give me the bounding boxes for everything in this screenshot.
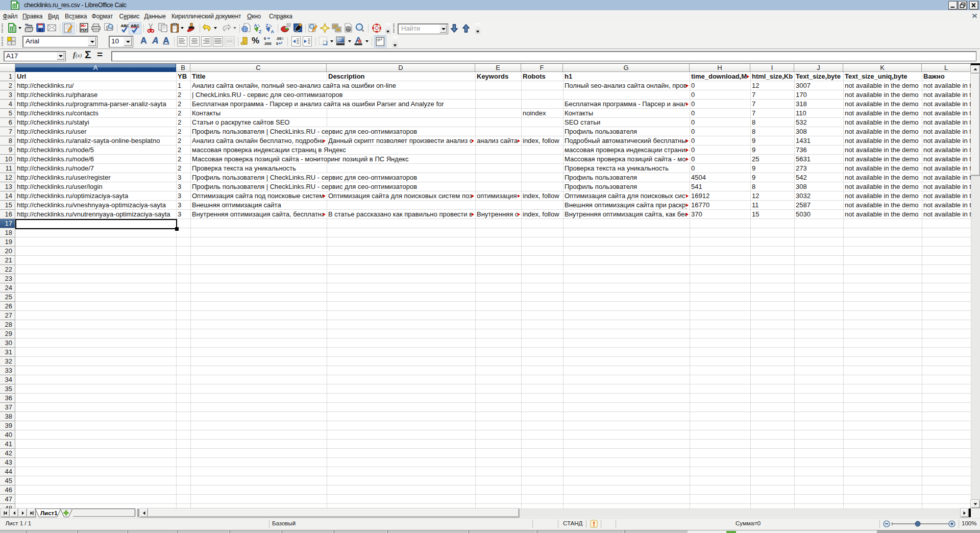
svg-text:.00: .00	[276, 36, 281, 41]
svg-text:%: %	[287, 23, 290, 27]
svg-text:0: 0	[264, 36, 266, 41]
svg-text:0: 0	[276, 41, 278, 46]
svg-text:Z: Z	[266, 23, 268, 28]
svg-text:PDF: PDF	[81, 28, 88, 32]
svg-text:0: 0	[282, 36, 284, 41]
svg-text:.000: .000	[264, 41, 272, 46]
svg-text:Z: Z	[259, 29, 261, 34]
svg-text:A: A	[271, 29, 274, 34]
svg-text:A: A	[254, 23, 257, 28]
